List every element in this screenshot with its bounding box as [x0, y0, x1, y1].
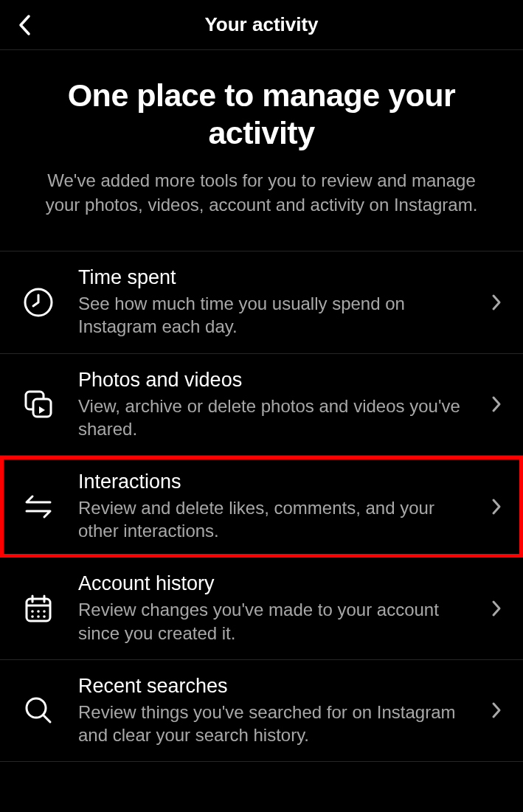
item-subtitle: Review and delete likes, comments, and y… — [78, 496, 474, 542]
item-text: Photos and videos View, archive or delet… — [78, 369, 486, 440]
chevron-right-icon — [486, 395, 507, 413]
item-title: Photos and videos — [78, 369, 474, 392]
list-item-account-history[interactable]: Account history Review changes you've ma… — [0, 558, 523, 659]
hero-subtitle: We've added more tools for you to review… — [30, 169, 493, 217]
back-button[interactable] — [13, 14, 35, 36]
list-item-time-spent[interactable]: Time spent See how much time you usually… — [0, 251, 523, 353]
item-text: Account history Review changes you've ma… — [78, 572, 486, 644]
item-subtitle: Review changes you've made to your accou… — [78, 598, 474, 644]
svg-point-7 — [31, 610, 34, 613]
clock-icon — [16, 287, 60, 318]
search-icon — [16, 695, 60, 726]
chevron-right-icon — [486, 294, 507, 311]
item-text: Interactions Review and delete likes, co… — [78, 471, 486, 542]
svg-point-12 — [43, 615, 46, 618]
item-title: Recent searches — [78, 675, 474, 698]
item-subtitle: Review things you've searched for on Ins… — [78, 701, 474, 746]
chevron-right-icon — [486, 701, 507, 719]
chevron-right-icon — [486, 600, 507, 617]
arrows-icon — [16, 490, 60, 523]
svg-rect-2 — [33, 399, 51, 417]
list-item-photos-videos[interactable]: Photos and videos View, archive or delet… — [0, 354, 523, 456]
page-title: Your activity — [13, 13, 510, 36]
photos-icon — [16, 388, 60, 420]
hero-title: One place to manage your activity — [30, 77, 493, 151]
svg-point-9 — [43, 610, 46, 613]
item-text: Recent searches Review things you've sea… — [78, 675, 486, 746]
item-title: Account history — [78, 572, 474, 595]
list-item-interactions[interactable]: Interactions Review and delete likes, co… — [0, 456, 523, 558]
header: Your activity — [0, 0, 523, 50]
svg-point-11 — [37, 615, 40, 618]
item-subtitle: See how much time you usually spend on I… — [78, 292, 474, 338]
svg-point-8 — [37, 610, 40, 613]
item-title: Interactions — [78, 471, 474, 493]
hero-section: One place to manage your activity We've … — [0, 50, 523, 251]
calendar-icon — [16, 593, 60, 624]
item-title: Time spent — [78, 266, 474, 289]
item-text: Time spent See how much time you usually… — [78, 266, 486, 338]
chevron-left-icon — [18, 14, 31, 36]
chevron-right-icon — [486, 498, 507, 516]
svg-point-10 — [31, 615, 34, 618]
svg-line-14 — [44, 715, 50, 722]
activity-list: Time spent See how much time you usually… — [0, 251, 523, 762]
item-subtitle: View, archive or delete photos and video… — [78, 395, 474, 440]
list-item-recent-searches[interactable]: Recent searches Review things you've sea… — [0, 660, 523, 762]
